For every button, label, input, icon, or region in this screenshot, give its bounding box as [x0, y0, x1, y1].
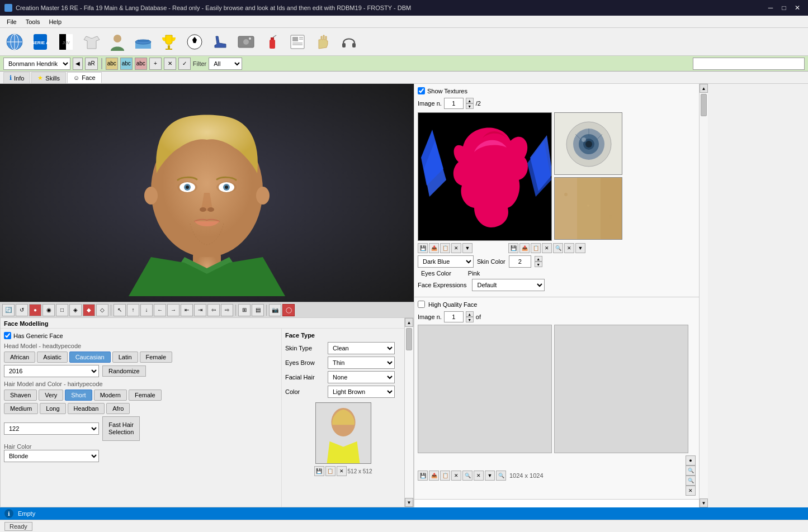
tex-ctrl-r7[interactable]: ▼ — [575, 243, 585, 253]
hq-btn-4[interactable]: ✕ — [451, 471, 461, 481]
hair-shaven-btn[interactable]: Shaven — [4, 390, 37, 401]
hq-main-image[interactable] — [418, 325, 552, 453]
hq-face-label[interactable]: High Quality Face — [428, 301, 477, 308]
hq-secondary-image[interactable] — [554, 325, 688, 453]
view-btn-7[interactable]: ◆ — [83, 304, 95, 316]
right-scroll-track[interactable] — [700, 93, 708, 498]
scroll-up-arrow[interactable]: ▲ — [405, 318, 413, 327]
next-button[interactable]: aR — [85, 58, 98, 70]
view-down[interactable]: ↓ — [140, 304, 153, 316]
tool-juventus-icon[interactable]: JUV — [54, 30, 78, 54]
photo-btn-1[interactable]: 💾 — [314, 466, 324, 476]
tex-ctrl-r1[interactable]: 💾 — [508, 243, 518, 253]
view-btn-2[interactable]: ↺ — [16, 304, 28, 316]
right-scrollbar[interactable]: ▲ ▼ — [699, 84, 708, 507]
head-asiatic-btn[interactable]: Asiatic — [37, 352, 67, 363]
close-button[interactable]: ✕ — [791, 2, 804, 14]
tex-ctrl-r6[interactable]: ✕ — [564, 243, 574, 253]
color-main-dropdown[interactable]: Dark Blue — [418, 255, 474, 268]
hair-num-dropdown[interactable]: 122 — [4, 422, 99, 435]
view-btn-3[interactable]: ● — [29, 304, 41, 316]
hair-female-btn[interactable]: Female — [129, 390, 162, 401]
tool-shirt-icon[interactable] — [79, 30, 104, 54]
tool-boot-icon[interactable] — [208, 30, 233, 54]
view-arrows-4[interactable]: ⇨ — [221, 304, 233, 316]
tex-ctrl-r5[interactable]: 🔍 — [553, 243, 563, 253]
hq-side-btn-4[interactable]: ✕ — [686, 486, 696, 496]
hq-btn-8[interactable]: 🔍 — [496, 471, 506, 481]
hair-headban-btn[interactable]: Headban — [68, 403, 105, 414]
filter-icon-3[interactable]: abc — [135, 58, 147, 70]
hair-very-btn[interactable]: Very — [39, 390, 63, 401]
tool-trophy-icon[interactable] — [157, 30, 181, 54]
remove-icon[interactable]: ✕ — [164, 58, 176, 70]
hq-side-btn-3[interactable]: 🔍 — [686, 476, 696, 486]
scroll-track[interactable] — [405, 327, 413, 498]
tex-ctrl-r2[interactable]: 📤 — [519, 243, 530, 253]
hq-btn-5[interactable]: 🔍 — [462, 471, 472, 481]
hq-down-btn[interactable]: ▼ — [466, 317, 474, 322]
hq-btn-1[interactable]: 💾 — [418, 471, 428, 481]
tex-ctrl-r4[interactable]: ✕ — [542, 243, 552, 253]
scroll-thumb[interactable] — [406, 328, 412, 350]
has-generic-face-checkbox[interactable] — [4, 332, 11, 339]
tool-spray-icon[interactable] — [259, 30, 284, 54]
tool-stadium-icon[interactable] — [131, 30, 155, 54]
add-icon[interactable]: + — [149, 58, 162, 70]
image-num-input[interactable] — [444, 98, 464, 109]
modelling-scrollbar[interactable]: ▲ ▼ — [404, 318, 413, 507]
view-btn-6[interactable]: ◈ — [69, 304, 82, 316]
hq-side-btn-2[interactable]: 🔍 — [686, 466, 696, 476]
head-african-btn[interactable]: African — [4, 352, 35, 363]
tex-ctrl-4[interactable]: ✕ — [451, 243, 461, 253]
randomize-btn[interactable]: Randomize — [102, 365, 146, 377]
view-right[interactable]: → — [167, 304, 179, 316]
view-up[interactable]: ↑ — [127, 304, 139, 316]
has-generic-face-label[interactable]: Has Generic Face — [13, 332, 63, 339]
tool-glove-icon[interactable] — [311, 30, 336, 54]
menu-file[interactable]: File — [2, 17, 21, 26]
view-photo[interactable]: 📷 — [269, 304, 281, 316]
show-textures-label[interactable]: Show Textures — [427, 88, 467, 94]
view-left[interactable]: ← — [154, 304, 166, 316]
eye-texture[interactable] — [554, 112, 622, 175]
view-grid[interactable]: ▤ — [252, 304, 264, 316]
tool-globe-icon[interactable] — [2, 30, 27, 54]
view-resize[interactable]: ⊞ — [238, 304, 251, 316]
scroll-down-arrow[interactable]: ▼ — [405, 498, 413, 507]
right-scroll-down[interactable]: ▼ — [700, 498, 708, 507]
hq-face-checkbox[interactable] — [418, 301, 425, 308]
tex-ctrl-3[interactable]: 📋 — [440, 243, 450, 253]
skin-color-up[interactable]: ▲ — [535, 256, 542, 262]
filter-icon-2[interactable]: abc — [120, 58, 133, 70]
hair-long-btn[interactable]: Long — [40, 403, 65, 414]
right-scroll-thumb[interactable] — [701, 94, 707, 116]
hq-side-btn-1[interactable]: ● — [686, 455, 696, 466]
view-active-btn[interactable]: ◯ — [282, 304, 295, 316]
skin-color-input[interactable] — [509, 255, 531, 268]
view-btn-5[interactable]: □ — [56, 304, 68, 316]
hq-up-btn[interactable]: ▲ — [466, 311, 474, 317]
right-scroll-up[interactable]: ▲ — [700, 84, 708, 93]
facial-hair-dropdown[interactable]: None Stubble Short Beard — [328, 371, 395, 383]
hair-short-btn[interactable]: Short — [65, 390, 92, 401]
hq-btn-2[interactable]: 📤 — [429, 471, 439, 481]
search-input[interactable] — [693, 58, 805, 70]
filter-icon-1[interactable]: abc — [106, 58, 118, 70]
photo-btn-3[interactable]: ✕ — [337, 466, 347, 476]
filter-dropdown[interactable]: All — [209, 58, 242, 70]
tex-ctrl-2[interactable]: 📤 — [429, 243, 439, 253]
hq-image-input[interactable] — [444, 311, 464, 322]
tool-badge-icon[interactable]: SERIE A — [28, 30, 53, 54]
tab-skills[interactable]: ★ Skills — [31, 72, 66, 83]
tex-ctrl-r3[interactable]: 📋 — [531, 243, 541, 253]
color-dropdown[interactable]: Light Brown Dark Brown Black — [328, 386, 395, 398]
menu-tools[interactable]: Tools — [21, 17, 45, 26]
view-arrows-1[interactable]: ⇤ — [181, 304, 193, 316]
hair-afro-btn[interactable]: Afro — [106, 403, 130, 414]
tex-ctrl-1[interactable]: 💾 — [418, 243, 428, 253]
skin-texture[interactable] — [554, 177, 622, 240]
hair-modern-btn[interactable]: Modern — [94, 390, 127, 401]
view-arrows-3[interactable]: ⇦ — [207, 304, 220, 316]
face-expressions-dropdown[interactable]: Default — [472, 279, 545, 291]
